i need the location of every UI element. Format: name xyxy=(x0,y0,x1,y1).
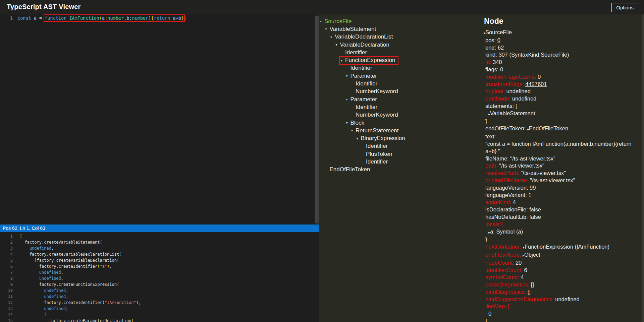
code-text[interactable]: factory.createIdentifier("a"), xyxy=(13,263,112,269)
tree-expand-arrow[interactable]: ▾ xyxy=(346,74,351,78)
line-number[interactable]: 7 xyxy=(0,269,13,275)
tree-row[interactable]: ▾VariableDeclaration xyxy=(319,41,483,49)
code-line[interactable]: 3 undefined, xyxy=(0,245,319,251)
code-text[interactable]: [ xyxy=(13,233,22,239)
tree-row[interactable]: ▾FunctionExpression xyxy=(319,56,483,64)
factory-code-editor[interactable]: 1[2 factory.createVariableStatement(3 un… xyxy=(0,232,319,322)
tree-row[interactable]: NumberKeyword xyxy=(319,111,483,119)
tree-row[interactable]: ▾VariableStatement xyxy=(319,25,483,33)
code-text[interactable]: [ xyxy=(13,312,46,318)
line-number[interactable]: 5 xyxy=(0,257,13,263)
code-text[interactable]: [factory.createVariableDeclaration( xyxy=(13,257,119,263)
line-number[interactable]: 11 xyxy=(0,294,13,300)
property-link[interactable]: 4457601 xyxy=(525,81,547,87)
tree-row[interactable]: ▾Block xyxy=(319,119,483,127)
line-number[interactable]: 1 xyxy=(0,233,13,239)
tree-expand-arrow[interactable]: ▾ xyxy=(346,98,351,101)
tree-node-label[interactable]: Identifier xyxy=(356,80,377,87)
tree-node-label[interactable]: Identifier xyxy=(351,65,372,71)
page-scrollbar[interactable] xyxy=(642,14,644,322)
line-number[interactable]: 10 xyxy=(0,287,13,294)
tree-row[interactable]: Identifier xyxy=(319,142,483,150)
tree-node-label[interactable]: BinaryExpression xyxy=(361,135,405,142)
tree-node-label[interactable]: Parameter xyxy=(351,96,377,103)
tree-expand-arrow[interactable]: ▾ xyxy=(325,27,330,31)
code-line[interactable]: 4 factory.createVariableDeclarationList( xyxy=(0,251,319,257)
code-line[interactable]: 13 undefined, xyxy=(0,306,319,312)
tree-expand-arrow[interactable]: ▾ xyxy=(357,137,361,140)
tree-row[interactable]: Identifier xyxy=(319,49,483,56)
code-text[interactable]: undefined, xyxy=(13,245,54,251)
code-text[interactable]: undefined, xyxy=(13,306,68,312)
tree-row[interactable]: ▾VariableDeclarationList xyxy=(319,33,483,41)
property-link[interactable]: 0 xyxy=(497,37,500,43)
tree-node-label[interactable]: Identifier xyxy=(345,49,367,56)
tree-row[interactable]: PlusToken xyxy=(319,150,483,158)
tree-node-label[interactable]: SourceFile xyxy=(324,18,352,25)
code-text[interactable]: factory.createFunctionExpression( xyxy=(13,281,119,287)
code-text[interactable]: factory.createIdentifier("IAmFunction"), xyxy=(13,300,141,306)
tree-node-label[interactable]: Parameter xyxy=(351,73,377,79)
code-text[interactable]: undefined, xyxy=(13,294,68,300)
tree-row[interactable]: ▾BinaryExpression xyxy=(319,134,483,142)
tree-node-label[interactable]: NumberKeyword xyxy=(356,112,398,118)
tree-row[interactable]: Identifier xyxy=(319,80,483,87)
line-number[interactable]: 3 xyxy=(0,245,13,251)
tree-expand-arrow[interactable]: ▾ xyxy=(341,59,345,62)
code-line[interactable]: 6 factory.createIdentifier("a"), xyxy=(0,263,319,269)
tree-node-label[interactable]: VariableStatement xyxy=(330,26,376,33)
code-line[interactable]: 11 undefined, xyxy=(0,294,319,300)
line-number[interactable]: 4 xyxy=(0,251,13,257)
tree-expand-arrow[interactable]: ▾ xyxy=(346,121,351,125)
property-link[interactable]: 62 xyxy=(498,45,504,51)
tree-node-label[interactable]: FunctionExpression xyxy=(345,57,395,64)
line-number[interactable]: 9 xyxy=(0,281,13,287)
code-line[interactable]: 12 factory.createIdentifier("IAmFunction… xyxy=(0,300,319,306)
tree-node-label[interactable]: Identifier xyxy=(356,104,377,111)
code-line[interactable]: 7 undefined, xyxy=(0,269,319,275)
code-line[interactable]: 9 factory.createFunctionExpression( xyxy=(0,281,319,287)
code-text[interactable]: undefined, xyxy=(13,287,68,294)
tree-node-label[interactable]: EndOfFileToken xyxy=(330,166,370,173)
tree-expand-arrow[interactable]: ▾ xyxy=(320,19,324,23)
line-number[interactable]: 12 xyxy=(0,300,13,306)
code-editor[interactable]: 1 const a = function IAmFunction(a:numbe… xyxy=(0,14,319,224)
tree-node-label[interactable]: VariableDeclarationList xyxy=(335,34,393,40)
line-number[interactable]: 15 xyxy=(0,318,13,322)
tree-expand-arrow[interactable]: ▾ xyxy=(351,129,356,132)
tree-row[interactable]: Identifier xyxy=(319,103,483,111)
tree-node-label[interactable]: Block xyxy=(351,120,365,126)
code-text[interactable]: undefined, xyxy=(13,275,63,281)
line-number[interactable]: 14 xyxy=(0,312,13,318)
tree-row[interactable]: ▾SourceFile xyxy=(319,17,483,25)
line-number[interactable]: 1 xyxy=(0,15,13,21)
code-line[interactable]: 5 [factory.createVariableDeclaration( xyxy=(0,257,319,263)
code-line[interactable]: 1 const a = function IAmFunction(a:numbe… xyxy=(0,14,319,21)
line-number[interactable]: 13 xyxy=(0,306,13,312)
tree-node-label[interactable]: ReturnStatement xyxy=(356,127,399,134)
tree-node-label[interactable]: Identifier xyxy=(366,143,388,149)
tree-row[interactable]: NumberKeyword xyxy=(319,88,483,95)
code-text[interactable]: undefined, xyxy=(13,269,63,275)
code-line[interactable]: 15 factory.createParameterDeclaration( xyxy=(0,318,319,322)
code-line[interactable]: 2 factory.createVariableStatement( xyxy=(0,239,319,245)
line-number[interactable]: 6 xyxy=(0,263,13,269)
tree-node-label[interactable]: PlusToken xyxy=(366,151,392,157)
line-number[interactable]: 2 xyxy=(0,239,13,245)
code-line[interactable]: 8 undefined, xyxy=(0,275,319,281)
tree-row[interactable]: ▾Parameter xyxy=(319,95,483,103)
tree-node-label[interactable]: VariableDeclaration xyxy=(340,42,389,48)
tree-row[interactable]: Identifier xyxy=(319,64,483,72)
code-line[interactable]: 1[ xyxy=(0,233,319,239)
tree-row[interactable]: ▾Parameter xyxy=(319,72,483,80)
code-text[interactable]: factory.createVariableDeclarationList( xyxy=(13,251,121,257)
code-text[interactable]: factory.createVariableStatement( xyxy=(13,239,102,245)
tree-row[interactable]: ▾ReturnStatement xyxy=(319,127,483,134)
tree-node-label[interactable]: NumberKeyword xyxy=(356,88,398,95)
tree-row[interactable]: Identifier xyxy=(319,158,483,166)
tree-row[interactable]: EndOfFileToken xyxy=(319,166,483,174)
code-text[interactable]: const a = function IAmFunction(a:number,… xyxy=(13,15,186,21)
tree-expand-arrow[interactable]: ▾ xyxy=(336,43,340,47)
code-text[interactable]: factory.createParameterDeclaration( xyxy=(13,318,134,322)
code-line[interactable]: 14 [ xyxy=(0,312,319,318)
